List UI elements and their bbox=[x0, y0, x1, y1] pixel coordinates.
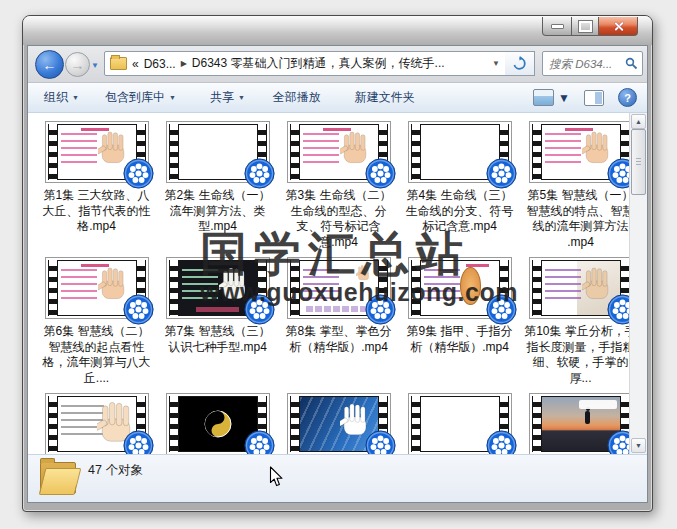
folder-icon bbox=[110, 57, 127, 70]
minimize-button[interactable] bbox=[542, 17, 572, 36]
filmstrip-holes bbox=[412, 124, 420, 180]
history-dropdown-icon[interactable]: ▼ bbox=[91, 61, 99, 70]
address-dropdown-icon[interactable]: ▼ bbox=[488, 59, 500, 68]
hand-icon bbox=[356, 265, 371, 282]
new-folder-label: 新建文件夹 bbox=[355, 89, 415, 106]
filmstrip-holes bbox=[170, 124, 178, 180]
file-item[interactable] bbox=[520, 393, 641, 454]
media-player-badge-icon bbox=[365, 294, 396, 325]
close-icon bbox=[613, 21, 624, 32]
filmstrip-holes bbox=[170, 396, 178, 452]
breadcrumb-current[interactable]: D6343 零基础入门到精通，真人案例，传统手... bbox=[192, 55, 445, 72]
file-name: 第1集 三大纹路、八大丘、指节代表的性格.mp4 bbox=[37, 188, 156, 235]
file-name: 第7集 智慧线（三）认识七种手型.mp4 bbox=[158, 324, 277, 355]
yin-yang-icon bbox=[203, 409, 233, 439]
video-thumbnail bbox=[287, 121, 391, 183]
include-in-library-label: 包含到库中 bbox=[105, 89, 165, 106]
forward-icon: → bbox=[71, 58, 85, 72]
new-folder-button[interactable]: 新建文件夹 bbox=[349, 85, 421, 110]
file-item[interactable]: 第4集 生命线（三）生命线的分支、符号标记含意.mp4 bbox=[399, 121, 520, 257]
filmstrip-holes bbox=[533, 124, 541, 180]
back-button[interactable]: ← bbox=[35, 50, 64, 79]
filmstrip-holes bbox=[291, 396, 299, 452]
media-player-badge-icon bbox=[244, 294, 275, 325]
help-icon[interactable]: ? bbox=[618, 88, 637, 107]
video-thumbnail bbox=[287, 257, 391, 319]
scroll-down-button[interactable]: ▼ bbox=[631, 438, 646, 453]
back-icon: ← bbox=[43, 58, 57, 72]
organize-label: 组织 bbox=[44, 89, 68, 106]
video-thumbnail bbox=[166, 121, 270, 183]
close-button[interactable] bbox=[599, 17, 638, 36]
filmstrip-holes bbox=[412, 260, 420, 316]
filmstrip-holes bbox=[291, 260, 299, 316]
file-item[interactable]: 第9集 指甲、手指分析（精华版）.mp4 bbox=[399, 257, 520, 393]
filmstrip-holes bbox=[170, 260, 178, 316]
scrollbar-thumb[interactable] bbox=[631, 129, 646, 195]
vertical-scrollbar[interactable]: ▲ ▼ bbox=[629, 113, 647, 454]
file-item[interactable]: 第2集 生命线（一）流年测算方法、类型.mp4 bbox=[157, 121, 278, 257]
video-thumbnail bbox=[408, 121, 512, 183]
play-all-button[interactable]: 全部播放 bbox=[267, 85, 327, 110]
chevron-down-icon: ▼ bbox=[72, 94, 79, 101]
media-player-badge-icon bbox=[244, 158, 275, 189]
share-button[interactable]: 共享 ▼ bbox=[204, 85, 251, 110]
file-item[interactable]: 第6集 智慧线（二）智慧线的起点看性格，流年测算与八大丘.... bbox=[36, 257, 157, 393]
search-box[interactable] bbox=[542, 51, 643, 76]
file-item[interactable] bbox=[278, 393, 399, 454]
forward-button[interactable]: → bbox=[65, 52, 90, 77]
change-view-button[interactable]: ▼ bbox=[533, 89, 570, 106]
preview-pane-icon[interactable] bbox=[584, 90, 604, 106]
chevron-down-icon: ▼ bbox=[558, 91, 570, 105]
views-icon bbox=[533, 89, 554, 106]
video-thumbnail bbox=[166, 393, 270, 454]
filmstrip-holes bbox=[533, 396, 541, 452]
file-item[interactable]: 第8集 掌型、掌色分析（精华版）.mp4 bbox=[278, 257, 399, 393]
search-input[interactable] bbox=[547, 57, 625, 71]
file-item[interactable]: 第3集 生命线（二）生命线的型态、分支、符号标记含意.mp4 bbox=[278, 121, 399, 257]
maximize-button[interactable] bbox=[572, 17, 599, 36]
file-name: 第5集 智慧线（一）智慧线的特点、智慧线的流年测算方法 .mp4 bbox=[521, 188, 640, 250]
file-item[interactable]: 第7集 智慧线（三）认识七种手型.mp4 bbox=[157, 257, 278, 393]
file-name: 第6集 智慧线（二）智慧线的起点看性格，流年测算与八大丘.... bbox=[37, 324, 156, 386]
media-player-badge-icon bbox=[365, 158, 396, 189]
media-player-badge-icon bbox=[486, 430, 517, 454]
file-item[interactable] bbox=[157, 393, 278, 454]
address-bar[interactable]: « D63... ▶ D6343 零基础入门到精通，真人案例，传统手... ▼ bbox=[104, 51, 506, 76]
video-thumbnail bbox=[45, 393, 149, 454]
file-item[interactable] bbox=[36, 393, 157, 454]
file-item[interactable]: 第10集 掌丘分析，手指长度测量，手指粗细、软硬，手掌的厚... bbox=[520, 257, 641, 393]
refresh-button[interactable] bbox=[505, 51, 535, 76]
video-thumbnail bbox=[408, 393, 512, 454]
include-in-library-button[interactable]: 包含到库中 ▼ bbox=[99, 85, 182, 110]
file-name: 第9集 指甲、手指分析（精华版）.mp4 bbox=[400, 324, 519, 355]
item-count: 47 个对象 bbox=[88, 462, 143, 479]
organize-button[interactable]: 组织 ▼ bbox=[38, 85, 85, 110]
folder-icon bbox=[38, 458, 78, 495]
breadcrumb-separator-icon[interactable]: ▶ bbox=[181, 59, 187, 68]
breadcrumb-overflow[interactable]: « bbox=[132, 57, 139, 71]
media-player-badge-icon bbox=[486, 158, 517, 189]
refresh-icon bbox=[512, 56, 527, 71]
filmstrip-holes bbox=[49, 124, 57, 180]
file-name: 第2集 生命线（一）流年测算方法、类型.mp4 bbox=[158, 188, 277, 235]
file-item[interactable] bbox=[399, 393, 520, 454]
file-name: 第4集 生命线（三）生命线的分支、符号标记含意.mp4 bbox=[400, 188, 519, 235]
file-item[interactable]: 第5集 智慧线（一）智慧线的特点、智慧线的流年测算方法 .mp4 bbox=[520, 121, 641, 257]
scroll-up-button[interactable]: ▲ bbox=[631, 114, 646, 129]
explorer-window: ← → ▼ « D63... ▶ D6343 零基础入门到精通，真人案例，传统手… bbox=[22, 15, 653, 512]
file-list-area: 第1集 三大纹路、八大丘、指节代表的性格.mp4 第2集 生命线（一）流年测算方… bbox=[28, 113, 647, 454]
file-name: 第3集 生命线（二）生命线的型态、分支、符号标记含意.mp4 bbox=[279, 188, 398, 250]
video-thumbnail bbox=[166, 257, 270, 319]
play-all-label: 全部播放 bbox=[273, 89, 321, 106]
breadcrumb-parent[interactable]: D63... bbox=[144, 57, 176, 71]
search-icon[interactable] bbox=[625, 57, 638, 70]
file-item[interactable]: 第1集 三大纹路、八大丘、指节代表的性格.mp4 bbox=[36, 121, 157, 257]
filmstrip-holes bbox=[49, 396, 57, 452]
chevron-down-icon: ▼ bbox=[169, 94, 176, 101]
video-thumbnail bbox=[529, 257, 633, 319]
media-player-badge-icon bbox=[123, 294, 154, 325]
media-player-badge-icon bbox=[486, 294, 517, 325]
filmstrip-holes bbox=[49, 260, 57, 316]
filmstrip-holes bbox=[533, 260, 541, 316]
